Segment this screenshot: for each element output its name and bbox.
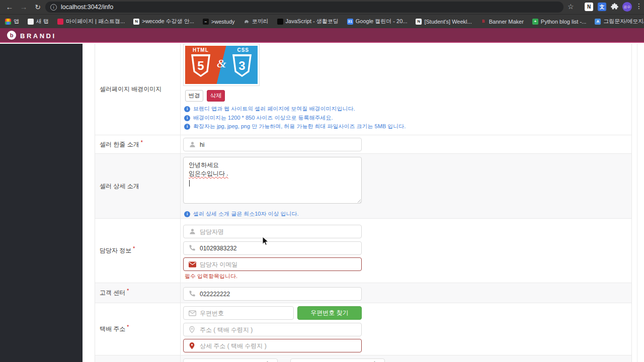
bookmark-star-icon[interactable]: ☆ xyxy=(568,3,574,11)
translate-extension-icon[interactable]: 文 xyxy=(598,3,606,11)
forward-icon[interactable]: → xyxy=(18,2,29,13)
row-content-cell: 안녕하세요 임은수입니다 . i 셀러 상세 소개 글은 최소10자 이상 입니… xyxy=(181,154,631,218)
app-header: b BRANDI xyxy=(0,28,644,43)
row-label: 고객 센터 xyxy=(100,289,125,297)
row-content-cell xyxy=(181,283,631,303)
info-icon: i xyxy=(184,115,190,121)
bookmark-mypage-fastcampus[interactable]: 마이페이지 | 패스트캠... xyxy=(57,18,125,25)
bookmarks-bar: 앱 새 탭 마이페이지 | 패스트캠... N >wecode 수강생 안...… xyxy=(0,14,644,28)
manager-phone-field xyxy=(183,241,362,255)
bookmark-new-tab[interactable]: 새 탭 xyxy=(28,18,49,25)
bookmark-apps[interactable]: 앱 xyxy=(5,18,19,25)
row-label: 셀러 상세 소개 xyxy=(100,182,139,191)
manager-name-field xyxy=(183,225,362,238)
bookmark-javascript[interactable]: JavaScript - 생활코딩 xyxy=(277,18,339,25)
bg-info-line: i 브랜디 앱과 웹 사이트의 셀러 페이지에 보여질 배경이미지입니다. xyxy=(184,105,355,113)
find-zipcode-button[interactable]: 우편번호 찾기 xyxy=(297,306,362,320)
row-label-cell xyxy=(95,355,181,362)
row-label-cell: 셀러 상세 소개 xyxy=(95,154,181,218)
row-label: 담당자 정보 xyxy=(100,246,131,255)
bookmark-label: Python blog list -... xyxy=(541,19,587,25)
row-content-cell: 우편번호 찾기 xyxy=(181,303,631,355)
address-bar[interactable]: i localhost:3042/info xyxy=(45,2,564,13)
html5-number: 5 xyxy=(193,56,208,75)
info-text: 배경이미지는 1200 * 850 사이즈 이상으로 등록해주세요. xyxy=(193,114,333,122)
manager-email-field xyxy=(183,257,362,271)
bookmark-wecode[interactable]: N >wecode 수강생 안... xyxy=(133,18,194,25)
resize-handle[interactable] xyxy=(356,198,361,203)
brand-title[interactable]: BRANDI xyxy=(20,32,56,40)
required-field-error: 필수 입력항목입니다. xyxy=(185,273,237,280)
textarea-line1: 안녕하세요 xyxy=(189,161,356,169)
bookmark-elephant[interactable]: 코끼리 xyxy=(244,18,269,25)
bg-info-line: i 확장자는 jpg, jpeg, png 만 가능하며, 허용 가능한 최대 … xyxy=(184,123,406,130)
customer-center-field xyxy=(183,287,362,301)
back-icon[interactable]: ← xyxy=(4,2,15,13)
content-right-border xyxy=(637,44,637,362)
bookmark-label: JavaScript - 생활코딩 xyxy=(286,18,339,25)
row-content-cell: ▲ ▲ xyxy=(181,355,631,362)
change-image-button[interactable]: 변경 xyxy=(185,90,203,102)
required-star: * xyxy=(127,288,129,294)
url-text: localhost:3042/info xyxy=(61,4,113,11)
select-box-right[interactable]: ▲ xyxy=(290,358,385,362)
address-detail-input[interactable] xyxy=(183,339,362,352)
black-circle-icon xyxy=(277,19,283,25)
form-row-shipping-address: 택배 주소 * 우편번호 찾기 xyxy=(95,303,631,355)
select-box-left[interactable]: ▲ xyxy=(183,358,278,362)
bookmark-google-calendar[interactable]: 31 Google 캘린더 - 20... xyxy=(347,18,408,25)
info-text: 브랜디 앱과 웹 사이트의 셀러 페이지에 보여질 배경이미지입니다. xyxy=(193,105,355,113)
profile-avatar[interactable]: 은수 xyxy=(622,2,632,12)
manager-phone-input[interactable] xyxy=(183,241,362,255)
row-content-cell: HTML CSS 5 3 & 변경 삭제 i 브랜디 앱과 웹 xyxy=(181,44,631,135)
bookmark-students-weekly[interactable]: N [Student's] Weekl... xyxy=(416,19,471,25)
manager-email-input[interactable] xyxy=(183,257,362,271)
fastcampus-icon xyxy=(57,19,63,25)
row-label-cell: 셀러 한줄 소개 * xyxy=(95,135,181,153)
detail-intro-textarea[interactable]: 안녕하세요 임은수입니다 . xyxy=(183,157,362,204)
row-label-cell: 고객 센터 * xyxy=(95,283,181,303)
ampersand: & xyxy=(217,57,226,70)
browser-toolbar: ← → ↻ i localhost:3042/info ☆ N 文 은수 ⋮ xyxy=(0,0,644,14)
calendar-icon: 31 xyxy=(347,19,353,25)
bookmark-emoji[interactable]: A 그림문자/에모지/이모... xyxy=(595,18,644,25)
bookmark-python-blog[interactable]: + Python blog list -... xyxy=(532,19,587,25)
info-icon: i xyxy=(184,124,190,130)
address-input[interactable] xyxy=(183,323,362,336)
row-label: 셀러페이지 배경이미지 xyxy=(100,85,162,94)
html5-shield-icon: 5 xyxy=(191,54,210,77)
zipcode-input[interactable] xyxy=(183,306,294,320)
bookmark-label: 코끼리 xyxy=(252,18,269,25)
refresh-icon[interactable]: ↻ xyxy=(32,2,43,13)
brandi-logo-icon[interactable]: b xyxy=(7,31,16,40)
bookmark-label: Banner Maker xyxy=(489,19,524,25)
bookmark-label: >westudy xyxy=(211,19,235,25)
manager-name-input[interactable] xyxy=(183,225,362,238)
page-info-icon[interactable]: i xyxy=(50,4,57,11)
one-line-intro-input[interactable] xyxy=(183,138,362,151)
info-icon: i xyxy=(184,106,190,112)
seller-info-form: 셀러페이지 배경이미지 HTML CSS 5 3 & xyxy=(95,44,632,362)
css3-number: 3 xyxy=(234,56,250,75)
customer-center-input[interactable] xyxy=(183,287,362,301)
browser-menu-icon[interactable]: ⋮ xyxy=(635,2,642,10)
address-detail-field xyxy=(183,339,362,352)
row-content-cell: 필수 입력항목입니다. xyxy=(181,219,631,283)
notion-extension-icon[interactable]: N xyxy=(585,3,593,11)
row-label-cell: 택배 주소 * xyxy=(95,303,181,355)
bookmark-label: 그림문자/에모지/이모... xyxy=(603,18,644,25)
detail-info-line: i 셀러 상세 소개 글은 최소10자 이상 입니다. xyxy=(184,210,299,218)
bookmark-label: Google 캘린더 - 20... xyxy=(356,18,408,25)
bg-info-line: i 배경이미지는 1200 * 850 사이즈 이상으로 등록해주세요. xyxy=(184,114,333,122)
extensions-puzzle-icon[interactable] xyxy=(610,3,619,11)
bookmark-westudy[interactable]: – >westudy xyxy=(203,19,235,25)
seller-bg-image-preview: HTML CSS 5 3 & xyxy=(183,44,260,86)
bookmark-banner-maker[interactable]: B Banner Maker xyxy=(480,19,524,25)
green-plus-icon: + xyxy=(532,19,538,25)
form-row-one-line-intro: 셀러 한줄 소개 * xyxy=(95,135,631,153)
delete-image-button[interactable]: 삭제 xyxy=(207,90,225,102)
form-row-customer-center: 고객 센터 * xyxy=(95,283,631,303)
required-star: * xyxy=(141,140,143,145)
apps-grid-icon xyxy=(5,19,11,25)
bookmark-label: 앱 xyxy=(14,18,19,25)
